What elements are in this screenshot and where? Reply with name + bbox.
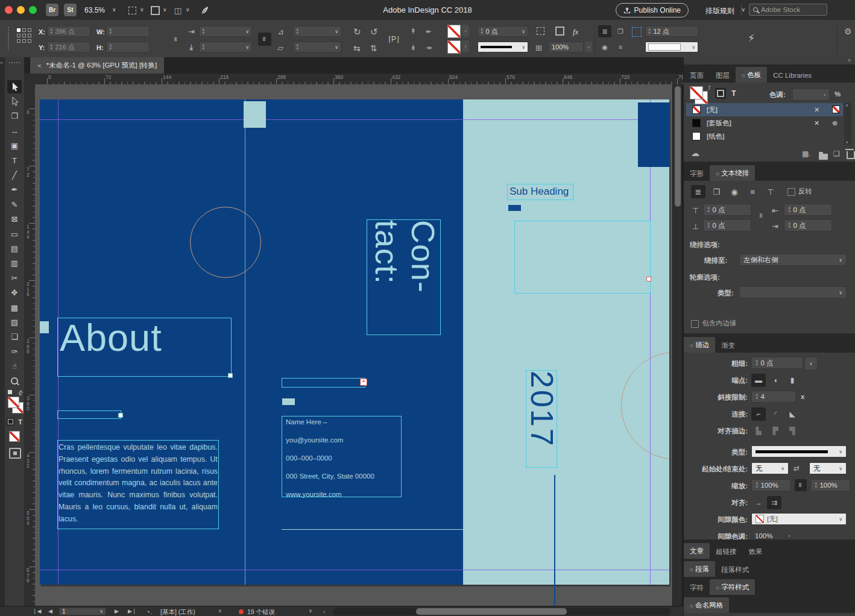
panel-fill-proxy[interactable] xyxy=(690,86,703,99)
note-tool[interactable]: ❏ xyxy=(7,330,22,344)
swatch-row[interactable]: [无]✕ xyxy=(686,103,843,116)
preflight-gauge-icon[interactable]: ◔. xyxy=(146,608,152,615)
type-tool[interactable]: T xyxy=(7,154,22,167)
no-text-wrap-icon[interactable]: ≣ xyxy=(598,25,611,37)
swatch-row[interactable]: [套版色]✕⊕ xyxy=(686,116,843,130)
miter-join-button[interactable]: ⌐ xyxy=(751,407,766,421)
object-style-dropdown[interactable]: ∨ xyxy=(645,42,698,52)
horizontal-rule[interactable] xyxy=(282,529,464,530)
adobe-stock-search-input[interactable]: Adobe Stock xyxy=(749,4,827,16)
view-options-chevron-icon[interactable]: ∨ xyxy=(140,7,144,13)
x-position-field[interactable]: ∧∨396 点 xyxy=(47,26,90,37)
gradient-swatch-tool[interactable]: ▩ xyxy=(7,301,22,314)
bridge-button[interactable]: Br xyxy=(46,4,58,16)
scissors-tool[interactable]: ✂ xyxy=(7,271,22,284)
no-wrap-button[interactable]: ≣ xyxy=(691,185,705,198)
next-page-button[interactable]: ▶ xyxy=(115,608,119,614)
horizontal-ruler[interactable]: 072144216288360432504576648720792 xyxy=(35,74,683,85)
gpu-feather-icon[interactable] xyxy=(199,5,210,16)
previous-page-button[interactable]: ◀ xyxy=(48,608,52,614)
tab-article[interactable]: 文章 xyxy=(684,543,710,559)
opacity-flyout-icon[interactable]: › xyxy=(585,42,592,52)
bottom-offset-field[interactable]: ∧∨0 点 xyxy=(703,219,751,231)
align-arrow-tip-button[interactable]: → xyxy=(751,496,766,509)
horizontal-scrollbar[interactable] xyxy=(333,608,670,615)
stroke-style-dropdown[interactable]: ∨ xyxy=(478,42,528,52)
pencil-tool[interactable]: ✎ xyxy=(7,198,22,211)
minimize-window-button[interactable] xyxy=(17,6,25,14)
leading-field[interactable]: ∧∨12 点 xyxy=(645,26,698,37)
stroke-weight-field[interactable]: ∧∨0 点∨ xyxy=(478,26,528,37)
jump-object-icon[interactable]: ≡ xyxy=(614,41,627,53)
subheading-text[interactable]: Sub Heading xyxy=(510,186,569,198)
ruler-corner[interactable] xyxy=(24,74,36,85)
flip-vertical-icon[interactable]: ⇅ xyxy=(370,44,377,52)
projecting-cap-button[interactable]: ▮ xyxy=(785,374,800,387)
reference-point-proxy[interactable] xyxy=(17,28,35,49)
scroll-left-icon[interactable]: ‹ xyxy=(323,608,325,615)
y-position-field[interactable]: ∧∨216 点 xyxy=(47,42,90,52)
wrap-bounding-box-button[interactable]: ❐ xyxy=(709,185,724,198)
select-previous-icon[interactable]: ↞ xyxy=(426,28,432,35)
rectangle-tool[interactable]: ▭ xyxy=(7,227,22,240)
jump-object-button[interactable]: ≡ xyxy=(745,185,760,198)
swatch-row[interactable]: [纸色] xyxy=(686,130,843,143)
height-field[interactable]: ∧∨ xyxy=(106,42,150,52)
right-empty-frame[interactable] xyxy=(514,221,651,294)
round-join-button[interactable]: ◜ xyxy=(768,407,783,421)
screen-mode-toggle-icon[interactable] xyxy=(9,448,21,459)
year-vertical-line[interactable] xyxy=(554,475,555,606)
tab-layers[interactable]: 图层 xyxy=(710,68,736,83)
left-edge-cyan-rectangle[interactable] xyxy=(40,321,49,333)
tab-character-styles[interactable]: ◇字符样式 xyxy=(710,579,755,595)
zoom-tool[interactable] xyxy=(7,374,22,388)
about-heading[interactable]: About xyxy=(60,319,162,357)
align-inside-button[interactable]: ▛ xyxy=(768,424,783,438)
document-canvas[interactable]: About Cras pellentesque vulputate leo vi… xyxy=(35,84,672,606)
light-panel-rectangle[interactable] xyxy=(463,99,669,585)
start-dropdown[interactable]: 无∨ xyxy=(751,462,789,474)
end-scale-field[interactable]: ∧∨100% xyxy=(810,479,850,491)
last-page-button[interactable]: ▶❘ xyxy=(128,608,136,614)
settings-gear-icon[interactable]: ⚙ xyxy=(844,27,852,36)
align-center-button[interactable]: ▙ xyxy=(751,424,766,438)
corner-shape-icon[interactable] xyxy=(555,26,564,36)
opacity-field[interactable]: 100% xyxy=(549,42,584,52)
rotate-cw-icon[interactable]: ↻ xyxy=(353,27,361,36)
start-scale-field[interactable]: ∧∨100% xyxy=(751,479,791,491)
screen-mode-icon[interactable] xyxy=(150,5,160,15)
width-field[interactable]: ∧∨ xyxy=(106,26,150,37)
stock-button[interactable]: St xyxy=(64,4,77,16)
tab-effects[interactable]: 效果 xyxy=(743,544,769,559)
frame-port-marker[interactable] xyxy=(646,277,651,281)
selection-tool[interactable] xyxy=(7,80,22,93)
tab-text-wrap[interactable]: ◇文本绕排 xyxy=(710,165,755,181)
fill-swatch[interactable] xyxy=(447,25,461,38)
frame-out-port[interactable] xyxy=(118,413,123,418)
top-offset-field[interactable]: ∧∨0 点 xyxy=(703,204,751,216)
stroke-panel-weight-field[interactable]: ∧∨0 点 xyxy=(751,357,803,369)
swap-proxy-icon[interactable]: ⤴ xyxy=(708,85,711,91)
new-swatch-icon[interactable]: ❏ xyxy=(833,150,840,157)
invert-checkbox[interactable] xyxy=(787,188,795,196)
top-right-blue-rectangle[interactable] xyxy=(638,102,669,167)
preflight-profile[interactable]: [基本] (工作) xyxy=(160,608,195,616)
middle-empty-frame[interactable] xyxy=(282,378,365,388)
scale-y-field[interactable]: ∧∨∨ xyxy=(199,42,252,52)
small-empty-frame[interactable] xyxy=(57,410,121,419)
frame-tool[interactable]: ⊠ xyxy=(7,213,22,226)
delete-swatch-icon[interactable] xyxy=(847,151,855,162)
page-number-field[interactable]: 1∨ xyxy=(59,608,106,615)
first-page-button[interactable]: ❘◀ xyxy=(33,608,41,614)
page[interactable]: About Cras pellentesque vulputate leo vi… xyxy=(40,99,669,585)
frame-handle[interactable] xyxy=(228,373,233,378)
right-offset-field[interactable]: ∧∨0 点 xyxy=(784,219,832,231)
fill-flyout-icon[interactable]: › xyxy=(462,25,469,37)
align-arrow-extend-button[interactable]: ⇉ xyxy=(767,496,781,509)
zoom-window-button[interactable] xyxy=(29,6,37,14)
small-circle-outline[interactable] xyxy=(190,207,261,278)
corner-options-icon[interactable] xyxy=(535,26,545,36)
select-next-icon[interactable]: ↠ xyxy=(426,44,432,51)
zoom-level-chevron-icon[interactable]: ∨ xyxy=(112,7,116,13)
include-inside-edges-checkbox[interactable] xyxy=(691,320,699,328)
